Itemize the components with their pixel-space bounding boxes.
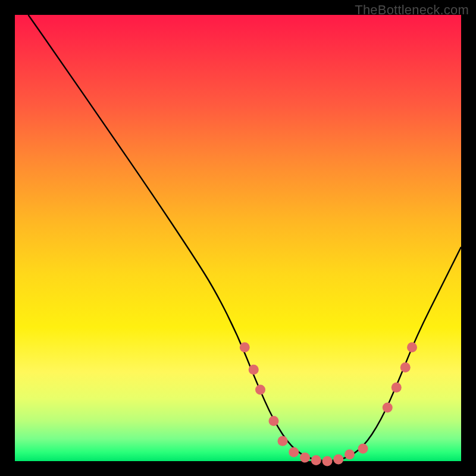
curve-line [29, 15, 462, 461]
marker-dot [249, 365, 259, 375]
curve-path [29, 15, 462, 461]
marker-dot [269, 416, 279, 426]
marker-dot [333, 455, 343, 465]
marker-dot [311, 455, 321, 465]
marker-dot [255, 385, 265, 395]
marker-dot [392, 383, 402, 393]
marker-dot [240, 342, 250, 352]
marker-dot [358, 444, 368, 454]
marker-dot [407, 342, 417, 352]
marker-dot [300, 453, 310, 463]
marker-dot [400, 362, 411, 372]
marker-dot [383, 403, 393, 413]
marker-dot [322, 456, 333, 466]
marker-dot [345, 449, 355, 459]
marker-dot [278, 436, 288, 446]
marker-dot [289, 447, 299, 458]
chart-overlay [0, 0, 476, 476]
